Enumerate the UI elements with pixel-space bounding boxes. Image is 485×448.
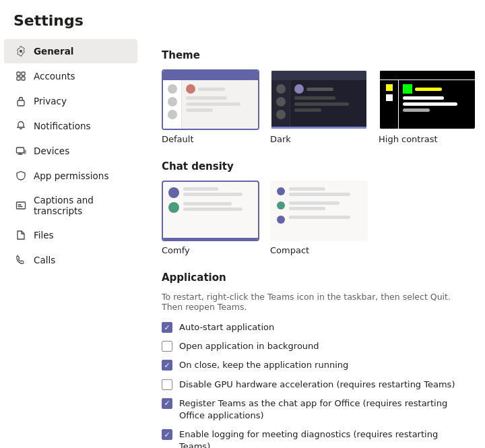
checkbox-enable-logging-input[interactable] bbox=[162, 429, 172, 440]
svg-rect-7 bbox=[17, 202, 26, 209]
svg-rect-4 bbox=[18, 100, 24, 106]
checkbox-open-background-input[interactable] bbox=[162, 341, 172, 352]
main-content: Theme bbox=[141, 36, 485, 448]
accounts-icon bbox=[15, 70, 27, 82]
sidebar-item-general-label: General bbox=[34, 46, 73, 57]
theme-hc-thumb bbox=[379, 69, 476, 130]
files-icon bbox=[15, 229, 27, 241]
theme-highcontrast[interactable]: High contrast bbox=[379, 69, 476, 144]
checkbox-auto-start-label: Auto-start application bbox=[179, 321, 274, 333]
sidebar-item-accounts[interactable]: Accounts bbox=[4, 64, 137, 88]
shield-icon bbox=[15, 170, 27, 182]
sidebar-item-accounts-label: Accounts bbox=[34, 71, 75, 82]
density-compact-thumb bbox=[270, 181, 368, 241]
checkbox-enable-logging-label: Enable logging for meeting diagnostics (… bbox=[179, 428, 465, 448]
svg-rect-1 bbox=[22, 72, 25, 75]
application-section: Application To restart, right-click the … bbox=[162, 271, 465, 448]
checkbox-auto-start: Auto-start application bbox=[162, 321, 465, 333]
privacy-icon bbox=[15, 95, 27, 107]
checkbox-enable-logging: Enable logging for meeting diagnostics (… bbox=[162, 428, 465, 448]
sidebar-item-files[interactable]: Files bbox=[4, 223, 137, 247]
checkbox-keep-running-input[interactable] bbox=[162, 360, 172, 371]
density-comfy[interactable]: Comfy bbox=[162, 181, 259, 255]
captions-icon bbox=[15, 199, 27, 212]
sidebar-item-app-permissions[interactable]: App permissions bbox=[4, 164, 137, 188]
sidebar-item-general[interactable]: General bbox=[4, 39, 137, 63]
theme-default-label: Default bbox=[162, 134, 194, 144]
bell-icon bbox=[15, 120, 27, 132]
density-options: Comfy bbox=[162, 181, 465, 255]
sidebar-item-calls[interactable]: Calls bbox=[4, 248, 137, 272]
theme-dark-label: Dark bbox=[270, 134, 291, 144]
svg-rect-2 bbox=[17, 77, 20, 80]
density-comfy-label: Comfy bbox=[162, 245, 259, 255]
gear-icon bbox=[15, 45, 27, 57]
checkbox-disable-gpu-label: Disable GPU hardware acceleration (requi… bbox=[179, 379, 455, 391]
theme-title: Theme bbox=[162, 49, 465, 61]
sidebar-item-privacy[interactable]: Privacy bbox=[4, 89, 137, 113]
checkbox-open-background-label: Open application in background bbox=[179, 340, 319, 352]
density-comfy-thumb bbox=[162, 181, 259, 241]
checkbox-auto-start-input[interactable] bbox=[162, 322, 172, 333]
theme-dark[interactable]: Dark bbox=[270, 69, 368, 144]
theme-default-thumb bbox=[162, 69, 259, 130]
theme-dark-thumb bbox=[270, 69, 368, 130]
svg-rect-0 bbox=[17, 72, 20, 75]
checkbox-keep-running: On close, keep the application running bbox=[162, 359, 465, 371]
page-title: Settings bbox=[0, 0, 485, 36]
theme-section: Theme bbox=[162, 49, 465, 144]
sidebar-item-devices-label: Devices bbox=[34, 146, 69, 156]
checkbox-open-background: Open application in background bbox=[162, 340, 465, 352]
density-compact[interactable]: Compact bbox=[270, 181, 368, 255]
theme-hc-label: High contrast bbox=[379, 134, 438, 144]
theme-options: Default bbox=[162, 69, 465, 144]
sidebar-item-calls-label: Calls bbox=[34, 255, 55, 265]
svg-rect-3 bbox=[22, 77, 25, 80]
sidebar-item-privacy-label: Privacy bbox=[34, 96, 67, 106]
theme-default[interactable]: Default bbox=[162, 69, 259, 144]
density-compact-label: Compact bbox=[270, 245, 368, 255]
sidebar-item-captions[interactable]: Captions and transcripts bbox=[4, 189, 137, 222]
devices-icon bbox=[15, 145, 27, 157]
sidebar-item-captions-label: Captions and transcripts bbox=[34, 195, 128, 216]
checkbox-disable-gpu: Disable GPU hardware acceleration (requi… bbox=[162, 379, 465, 391]
sidebar-item-app-permissions-label: App permissions bbox=[34, 170, 108, 181]
application-description: To restart, right-click the Teams icon i… bbox=[162, 292, 465, 312]
checkbox-register-teams-input[interactable] bbox=[162, 398, 172, 409]
svg-rect-5 bbox=[17, 148, 24, 153]
checkbox-register-teams-label: Register Teams as the chat app for Offic… bbox=[179, 397, 465, 422]
sidebar-item-files-label: Files bbox=[34, 230, 54, 241]
sidebar: General Accounts Privacy bbox=[0, 36, 141, 448]
calls-icon bbox=[15, 254, 27, 266]
density-title: Chat density bbox=[162, 160, 465, 172]
sidebar-item-notifications-label: Notifications bbox=[34, 121, 91, 131]
checkbox-keep-running-label: On close, keep the application running bbox=[179, 359, 348, 371]
sidebar-item-notifications[interactable]: Notifications bbox=[4, 114, 137, 138]
application-title: Application bbox=[162, 271, 465, 284]
svg-rect-6 bbox=[24, 150, 26, 154]
sidebar-item-devices[interactable]: Devices bbox=[4, 139, 137, 163]
density-section: Chat density bbox=[162, 160, 465, 255]
checkbox-register-teams: Register Teams as the chat app for Offic… bbox=[162, 397, 465, 422]
checkbox-disable-gpu-input[interactable] bbox=[162, 379, 172, 390]
